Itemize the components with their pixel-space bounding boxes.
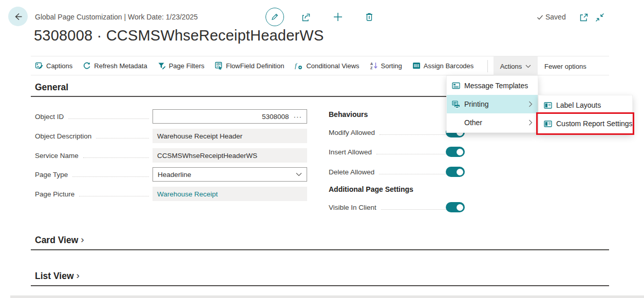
chevron-down-icon [525,65,531,68]
object-description-field: Warehouse Receipt Header [153,129,307,143]
toolbar-separator [487,60,488,72]
refresh-metadata-label: Refresh Metadata [94,62,147,70]
menu-item-message-templates[interactable]: Message Templates [447,76,538,95]
list-view-heading-label: List View [35,271,74,282]
assign-barcodes-button[interactable]: Assign Barcodes [412,62,474,70]
card-view-heading-label: Card View [35,235,78,246]
menu-item-custom-report-settings[interactable]: Custom Report Settings [539,114,632,133]
flowfield-definition-label: FlowField Definition [226,62,284,70]
other-label: Other [464,118,482,127]
object-id-value: 5308008 [262,113,289,121]
behaviours-heading: Behaviours [329,110,368,118]
card-view-section-heading[interactable]: Card View › [35,234,84,246]
window-bottom-edge [10,295,644,298]
page-picture-link[interactable]: Warehouse Receipt [157,190,218,198]
popout-icon [579,12,589,23]
delete-button[interactable] [363,11,375,23]
list-view-section-heading[interactable]: List View › [35,270,80,282]
assist-edit-button[interactable]: ··· [294,113,302,121]
message-templates-icon [452,82,460,89]
object-id-row: Object ID 5308008 ··· [35,109,307,124]
open-in-new-window-button[interactable] [578,12,590,23]
action-toolbar: Captions Refresh Metadata Page Filters A… [31,56,609,75]
toggle-knob [457,169,463,175]
captions-icon [35,62,43,70]
fewer-options-button[interactable]: Fewer options [544,56,586,76]
assign-barcodes-label: Assign Barcodes [424,62,474,70]
label-layouts-label: Label Layouts [556,101,601,109]
back-arrow-icon [13,12,23,22]
svg-text:f: f [295,62,298,69]
insert-allowed-label: Insert Allowed [329,148,372,156]
conditional-views-label: Conditional Views [306,62,359,70]
object-description-row: Object Description Warehouse Receipt Hea… [35,129,307,143]
page-filters-label: Page Filters [169,62,204,70]
service-name-row: Service Name CCSMSWhseReceiptHeaderWS [35,148,307,163]
dotted-leader [68,118,149,119]
dotted-leader [96,138,149,138]
svg-text:Z: Z [370,66,373,70]
page-filters-button[interactable]: Page Filters [158,62,204,70]
edit-button[interactable] [266,8,284,26]
collapse-arrows-icon [594,12,605,23]
menu-item-label-layouts[interactable]: Label Layouts [539,96,632,114]
filter-pencil-icon [158,62,166,70]
check-icon [536,13,544,21]
insert-allowed-toggle[interactable] [446,147,465,157]
captions-label: Captions [46,62,72,70]
actions-label: Actions [500,63,522,70]
general-heading-label: General [35,82,68,93]
toggle-knob [457,204,463,211]
save-status: Saved [536,13,566,21]
page-picture-field: Warehouse Receipt [153,187,307,201]
toggle-knob [457,149,463,155]
actions-dropdown-menu: Message Templates Printing Other [446,75,538,133]
captions-button[interactable]: Captions [35,62,72,70]
service-name-value: CCSMSWhseReceiptHeaderWS [157,152,257,160]
object-id-label: Object ID [35,113,64,121]
share-button[interactable] [300,11,312,24]
printing-label: Printing [464,100,488,108]
sort-az-icon: AZ [370,62,378,70]
exit-fullscreen-button[interactable] [594,11,606,24]
share-icon [300,12,312,23]
page-type-select[interactable]: Headerline [153,167,307,182]
report-card-icon [544,121,552,127]
sorting-button[interactable]: AZ Sorting [370,62,402,70]
new-button[interactable] [332,11,344,23]
chevron-right-icon: › [81,234,84,245]
page-title: 5308008 · CCSMSWhseReceiptHeaderWS [34,27,324,44]
general-section-heading[interactable]: General [35,82,68,93]
object-description-label: Object Description [35,132,91,140]
custom-report-settings-label: Custom Report Settings [556,120,633,128]
message-templates-label: Message Templates [464,82,528,90]
actions-menu-button[interactable]: Actions [494,56,538,76]
refresh-metadata-button[interactable]: Refresh Metadata [83,62,147,70]
menu-item-printing[interactable]: Printing [447,95,538,113]
flowfield-definition-button[interactable]: ABC FlowField Definition [215,62,284,70]
delete-allowed-row: Delete Allowed [329,165,464,179]
printer-icon [452,101,460,108]
svg-text:ABC: ABC [216,63,222,66]
page-customization-window: Global Page Customization | Work Date: 1… [0,0,644,298]
fewer-options-label: Fewer options [544,63,586,70]
object-id-input[interactable]: 5308008 ··· [153,109,307,124]
submenu-chevron-icon [528,101,533,107]
list-view-section-rule [31,285,609,286]
printing-submenu: Label Layouts Custom Report Settings [538,95,633,134]
submenu-chevron-icon [528,120,533,126]
conditional-views-button[interactable]: f Conditional Views [294,62,359,70]
service-name-field: CCSMSWhseReceiptHeaderWS [153,148,307,163]
page-type-row: Page Type Headerline [35,167,307,182]
modify-allowed-row: Modify Allowed [329,125,464,140]
chevron-down-icon [296,172,302,176]
delete-allowed-toggle[interactable] [446,167,465,177]
menu-item-other[interactable]: Other [447,113,538,132]
back-button[interactable] [8,7,28,26]
dotted-leader [79,196,149,196]
page-type-value: Headerline [158,171,191,178]
flowfield-icon: ABC [215,62,223,70]
visible-in-client-toggle[interactable] [446,202,465,212]
dotted-leader [83,157,149,158]
report-card-icon [544,102,552,109]
